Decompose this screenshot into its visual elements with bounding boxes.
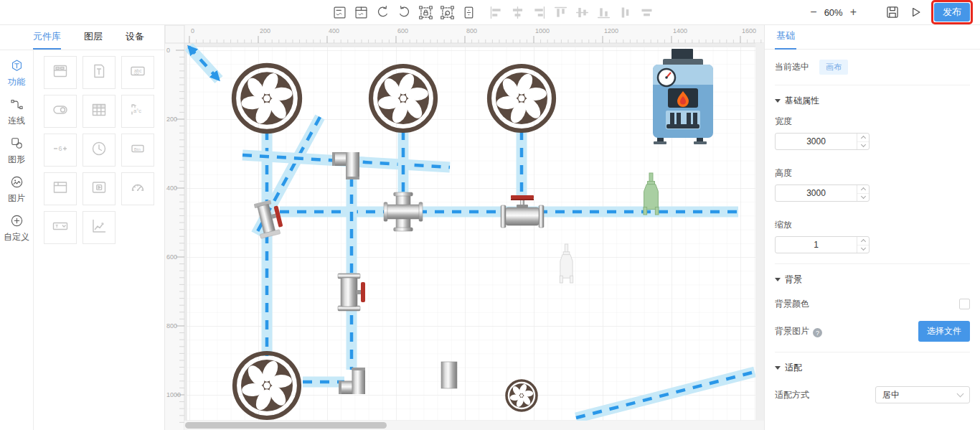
cat-line-icon [10,98,24,113]
tab-component-library[interactable]: 元件库 [33,25,61,50]
category-custom[interactable]: 自定义 [4,214,29,243]
publish-annotation-box: 发布 [931,0,973,24]
canvas-viewport[interactable]: 02004006008001000120014001600 0200400600… [165,25,764,430]
tab-devices[interactable]: 设备 [126,25,144,50]
canvas-stage[interactable]: 02004006008001000120014001600 0200400600… [165,25,764,430]
toggle-ruler-icon[interactable] [331,4,348,21]
select-icon [52,218,69,238]
category-picture[interactable]: 图片 [8,175,25,205]
component-temperature-label-widget[interactable]: a°c [121,95,154,128]
stepper-down-icon[interactable] [860,246,865,251]
svg-text:200: 200 [260,27,270,34]
fan-device[interactable] [234,65,300,131]
svg-text:1400: 1400 [673,27,687,34]
align-vertical-center-icon [574,4,590,21]
component-table-widget[interactable] [83,95,116,128]
svg-text:0: 0 [166,47,170,54]
rotate-element-icon[interactable] [439,4,456,21]
scale-value[interactable]: 1 [776,237,857,253]
publish-button[interactable]: 发布 [934,3,970,22]
category-connection[interactable]: 连线 [8,98,25,127]
fit-method-select[interactable]: 居中 [875,386,970,403]
stepper-down-icon[interactable] [860,142,865,147]
section-basic-properties[interactable]: 基础属性 [775,85,970,108]
zoom-in-button[interactable]: + [850,6,857,18]
width-input[interactable]: 3000 [775,133,870,150]
height-input[interactable]: 3000 [775,184,870,202]
svg-text:400: 400 [166,184,177,192]
section-fit[interactable]: 适配 [775,352,970,375]
library-body: 功能 连线 图形 图片 自定义 abc a°c [0,50,164,430]
undo-icon[interactable] [374,4,391,21]
scrollbar-thumb[interactable] [185,422,387,429]
redo-icon[interactable] [396,4,413,21]
ruler-corner [165,25,184,43]
component-window-widget[interactable] [44,56,77,89]
cat-shape-icon [10,136,24,152]
svg-text:1000: 1000 [535,27,550,34]
component-switch-widget[interactable] [44,95,77,128]
horizontal-ruler: 02004006008001000120014001600 [184,25,764,43]
category-shape[interactable]: 图形 [8,136,25,166]
section-title: 基础属性 [785,95,819,107]
vertical-scrollbar[interactable] [755,43,764,421]
toggle-grid-icon[interactable] [353,4,369,21]
distribute-vertical-icon [617,4,633,21]
fan-device[interactable] [235,353,299,418]
pipe-nipple[interactable] [441,362,457,388]
section-background[interactable]: 背景 [775,264,970,287]
main-layout: 元件库图层设备 功能 连线 图形 图片 自定义 abc [0,25,980,430]
category-sidebar: 功能 连线 图形 图片 自定义 [0,50,34,430]
help-icon[interactable]: ? [813,328,822,337]
zoom-out-button[interactable]: − [810,6,816,18]
svg-text:600: 600 [166,253,177,261]
preview-play-icon[interactable] [908,5,923,19]
save-icon[interactable] [885,5,900,19]
scale-label: 缩放 [775,219,870,231]
background-image-label: 背景图片? [775,325,822,338]
background-color-checkbox[interactable] [959,299,970,309]
fan-device[interactable] [371,66,435,131]
component-number-stepper-widget[interactable]: 6 [44,134,77,167]
category-function[interactable]: 功能 [8,59,25,88]
collapse-triangle-icon [775,366,781,370]
width-stepper[interactable] [857,134,869,149]
clock-icon [90,140,108,160]
lock-element-icon[interactable] [418,4,434,21]
scale-input[interactable]: 1 [775,236,870,253]
component-frame-widget[interactable] [44,172,77,205]
width-value[interactable]: 3000 [776,134,857,149]
component-line-chart-widget[interactable] [83,211,116,244]
svg-text:6: 6 [59,145,62,152]
category-label: 连线 [8,115,25,127]
stepper-down-icon[interactable] [860,194,865,199]
table-icon [90,101,108,121]
section-title: 适配 [785,362,802,374]
fan-device[interactable] [489,66,554,131]
tab-layers[interactable]: 图层 [84,25,103,50]
stepper-up-icon[interactable] [860,187,865,192]
component-select-widget[interactable] [44,211,77,244]
horizontal-scrollbar[interactable] [184,421,764,430]
fan-device[interactable] [507,380,537,411]
height-stepper[interactable] [857,185,869,201]
component-button-widget[interactable]: Btn [121,134,154,167]
gauge-icon [129,179,146,199]
tab-basic[interactable]: 基础 [775,29,796,50]
height-value[interactable]: 3000 [776,185,857,201]
frame-icon [52,179,69,199]
choose-file-button[interactable]: 选择文件 [918,321,970,342]
stepper-up-icon[interactable] [860,136,865,141]
split-element-icon[interactable] [461,4,477,21]
scale-stepper[interactable] [857,237,869,253]
component-input-widget[interactable]: abc [121,56,154,89]
component-text-widget[interactable] [83,56,116,89]
component-video-widget[interactable] [83,172,116,205]
svg-text:0: 0 [191,27,194,34]
top-toolbar: − 60% + 发布 [0,0,980,25]
component-gauge-widget[interactable] [121,172,154,205]
svg-text:400: 400 [329,27,339,34]
stepper-up-icon[interactable] [860,239,865,244]
component-clock-widget[interactable] [83,134,116,167]
chevron-down-icon [957,391,964,398]
